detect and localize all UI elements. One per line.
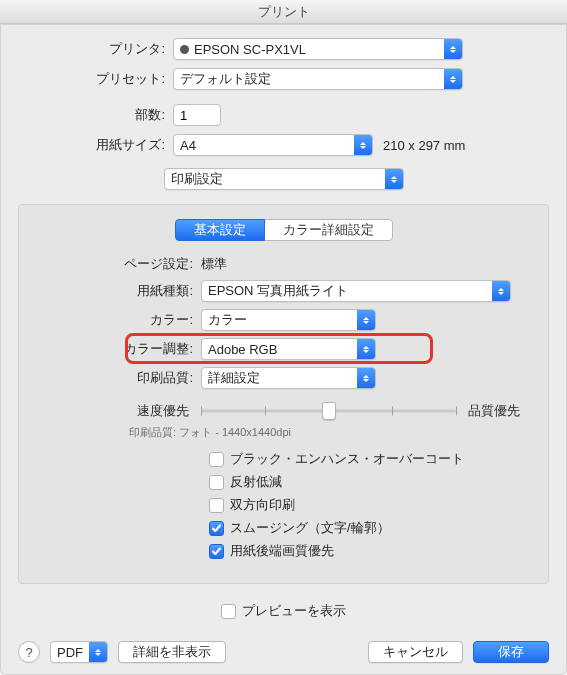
preset-value: デフォルト設定 (174, 70, 444, 88)
color-adjust-select[interactable]: Adobe RGB (201, 338, 376, 360)
checkbox-label: 反射低減 (230, 473, 282, 491)
page-setup-value: 標準 (201, 255, 227, 273)
color-adjust-label: カラー調整: (31, 340, 201, 358)
checkbox-row: 双方向印刷 (209, 496, 536, 514)
slider-label-quality: 品質優先 (456, 402, 536, 420)
chevron-updown-icon (492, 281, 510, 301)
color-select[interactable]: カラー (201, 309, 376, 331)
settings-tabs: 基本設定 カラー詳細設定 (31, 219, 536, 241)
slider-knob[interactable] (322, 402, 336, 420)
print-settings-panel: 基本設定 カラー詳細設定 ページ設定: 標準 用紙種類: EPSON 写真用紙ラ… (18, 204, 549, 584)
preview-label: プレビューを表示 (242, 602, 346, 620)
papersize-dimensions: 210 x 297 mm (383, 138, 465, 153)
chevron-updown-icon (357, 310, 375, 330)
chevron-updown-icon (89, 642, 107, 662)
checkbox-label: ブラック・エンハンス・オーバーコート (230, 450, 464, 468)
quality-slider[interactable] (201, 401, 456, 421)
panel-section-value: 印刷設定 (165, 170, 385, 188)
chevron-updown-icon (444, 39, 462, 59)
checkbox-3[interactable] (209, 521, 224, 536)
slider-label-speed: 速度優先 (31, 402, 201, 420)
color-label: カラー: (31, 311, 201, 329)
preset-label: プリセット: (18, 70, 173, 88)
tab-color-advanced[interactable]: カラー詳細設定 (264, 219, 393, 241)
printer-label: プリンタ: (18, 40, 173, 58)
papersize-value: A4 (174, 138, 354, 153)
media-type-select[interactable]: EPSON 写真用紙ライト (201, 280, 511, 302)
page-setup-label: ページ設定: (31, 255, 201, 273)
checkbox-4[interactable] (209, 544, 224, 559)
chevron-updown-icon (444, 69, 462, 89)
chevron-updown-icon (354, 135, 372, 155)
printer-value: EPSON SC-PX1VL (194, 42, 306, 57)
checkbox-row: 用紙後端画質優先 (209, 542, 536, 560)
checkbox-row: スムージング（文字/輪郭） (209, 519, 536, 537)
chevron-updown-icon (357, 339, 375, 359)
checkbox-1[interactable] (209, 475, 224, 490)
chevron-updown-icon (357, 368, 375, 388)
printer-status-icon (180, 45, 189, 54)
quality-note: 印刷品質: フォト - 1440x1440dpi (129, 425, 536, 440)
printer-select[interactable]: EPSON SC-PX1VL (173, 38, 463, 60)
print-quality-label: 印刷品質: (31, 369, 201, 387)
chevron-updown-icon (385, 169, 403, 189)
print-quality-value: 詳細設定 (202, 369, 357, 387)
print-dialog: プリンタ: EPSON SC-PX1VL プリセット: デフォルト設定 部数: … (0, 24, 567, 675)
tab-basic[interactable]: 基本設定 (175, 219, 265, 241)
color-adjust-value: Adobe RGB (202, 342, 357, 357)
checkbox-label: スムージング（文字/輪郭） (230, 519, 390, 537)
media-type-value: EPSON 写真用紙ライト (202, 282, 492, 300)
checkbox-0[interactable] (209, 452, 224, 467)
dialog-footer: ? PDF 詳細を非表示 キャンセル 保存 (18, 631, 549, 663)
cancel-button[interactable]: キャンセル (368, 641, 463, 663)
checkbox-2[interactable] (209, 498, 224, 513)
window-title: プリント (258, 3, 310, 21)
color-value: カラー (202, 311, 357, 329)
papersize-select[interactable]: A4 (173, 134, 373, 156)
pdf-menu[interactable]: PDF (50, 641, 108, 663)
print-quality-select[interactable]: 詳細設定 (201, 367, 376, 389)
preset-select[interactable]: デフォルト設定 (173, 68, 463, 90)
checkbox-label: 用紙後端画質優先 (230, 542, 334, 560)
pdf-label: PDF (51, 645, 89, 660)
help-button[interactable]: ? (18, 641, 40, 663)
checkbox-label: 双方向印刷 (230, 496, 295, 514)
window-titlebar: プリント (0, 0, 567, 24)
papersize-label: 用紙サイズ: (18, 136, 173, 154)
checkbox-row: 反射低減 (209, 473, 536, 491)
copies-label: 部数: (18, 106, 173, 124)
toggle-details-button[interactable]: 詳細を非表示 (118, 641, 226, 663)
copies-input[interactable] (173, 104, 221, 126)
preview-checkbox[interactable] (221, 604, 236, 619)
media-type-label: 用紙種類: (31, 282, 201, 300)
checkbox-row: ブラック・エンハンス・オーバーコート (209, 450, 536, 468)
panel-section-select[interactable]: 印刷設定 (164, 168, 404, 190)
save-button[interactable]: 保存 (473, 641, 549, 663)
